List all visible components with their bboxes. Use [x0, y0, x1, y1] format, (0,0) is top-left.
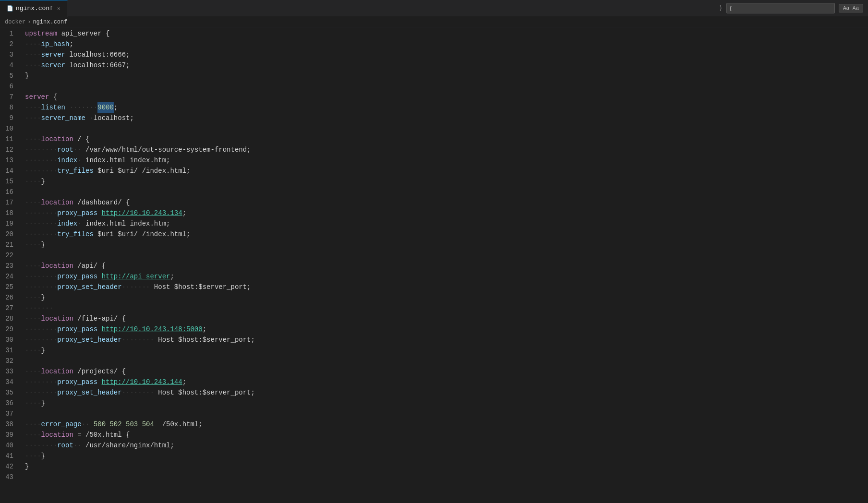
line-number: 5 — [0, 71, 17, 81]
code-area: upstream api_server {····ip_hash;····ser… — [23, 27, 868, 503]
code-line: ······· — [25, 303, 868, 313]
line-number: 30 — [0, 335, 17, 345]
line-number: 4 — [0, 60, 17, 71]
toolbar-right: ⟩ Aa Aa — [719, 3, 868, 13]
aa-label[interactable]: Aa Aa — [839, 4, 863, 12]
code-line: } — [25, 461, 868, 472]
code-line: ····location /file-api/ { — [25, 313, 868, 324]
line-number: 18 — [0, 208, 17, 218]
line-number: 41 — [0, 451, 17, 461]
code-line: ········proxy_set_header······· Host $ho… — [25, 282, 868, 292]
code-line: ········index· index.html index.htm; — [25, 155, 868, 166]
code-line: ········try_files $uri $uri/ /index.html… — [25, 166, 868, 176]
code-line: ····location = /50x.html { — [25, 430, 868, 440]
line-number: 17 — [0, 197, 17, 208]
line-number: 36 — [0, 398, 17, 408]
code-line: ········proxy_pass http://10.10.243.134; — [25, 208, 868, 218]
breadcrumb: docker › nginx.conf — [0, 17, 868, 27]
line-number: 25 — [0, 282, 17, 292]
code-line: ····location /dashboard/ { — [25, 197, 868, 208]
breadcrumb-sep1: › — [27, 19, 31, 25]
code-line: ····} — [25, 345, 868, 356]
code-line: ········root·· /var/www/html/out-source-… — [25, 144, 868, 155]
code-line: ····location /api/ { — [25, 261, 868, 271]
line-number: 20 — [0, 229, 17, 240]
line-number: 11 — [0, 134, 17, 144]
code-line: ····} — [25, 240, 868, 250]
code-line: upstream api_server { — [25, 28, 868, 39]
search-input[interactable] — [726, 3, 835, 13]
code-line: ····error_page·· 500 502 503 504 /50x.ht… — [25, 419, 868, 430]
line-number: 33 — [0, 366, 17, 377]
code-line — [25, 187, 868, 197]
code-line: ····server localhost:6666; — [25, 49, 868, 60]
code-line: ········try_files $uri $uri/ /index.html… — [25, 229, 868, 240]
line-number: 12 — [0, 144, 17, 155]
line-number: 10 — [0, 123, 17, 134]
line-number: 42 — [0, 461, 17, 472]
line-number: 27 — [0, 303, 17, 313]
file-icon: 📄 — [7, 5, 13, 12]
code-line: ····server_name ·localhost; — [25, 113, 868, 123]
code-line: server { — [25, 92, 868, 102]
line-number: 32 — [0, 356, 17, 366]
line-number: 6 — [0, 81, 17, 92]
line-number: 7 — [0, 92, 17, 102]
line-number: 15 — [0, 176, 17, 187]
line-numbers: 1234567891011121314151617181920212223242… — [0, 27, 23, 503]
code-line: ····} — [25, 451, 868, 461]
search-icon: ⟩ — [719, 4, 723, 12]
line-number: 19 — [0, 218, 17, 229]
line-number: 21 — [0, 240, 17, 250]
code-line: ········proxy_set_header········ Host $h… — [25, 335, 868, 345]
line-number: 37 — [0, 408, 17, 419]
code-line — [25, 356, 868, 366]
line-number: 1 — [0, 28, 17, 39]
line-number: 43 — [0, 472, 17, 482]
line-number: 8 — [0, 102, 17, 113]
line-number: 3 — [0, 49, 17, 60]
line-number: 31 — [0, 345, 17, 356]
editor-container: 1234567891011121314151617181920212223242… — [0, 27, 868, 503]
tab-nginx-conf[interactable]: 📄 nginx.conf ✕ — [0, 0, 68, 17]
tab-bar: 📄 nginx.conf ✕ ⟩ Aa Aa — [0, 0, 868, 17]
code-line: ····listen ·······9000; — [25, 102, 868, 113]
code-line: ····server localhost:6667; — [25, 60, 868, 71]
code-line: ········index· index.html index.htm; — [25, 218, 868, 229]
line-number: 40 — [0, 440, 17, 451]
code-line: ····} — [25, 398, 868, 408]
code-line: ····location /projects/ { — [25, 366, 868, 377]
tab-label: nginx.conf — [16, 5, 53, 12]
code-line — [25, 81, 868, 92]
line-number: 34 — [0, 377, 17, 387]
code-line — [25, 123, 868, 134]
line-number: 22 — [0, 250, 17, 261]
breadcrumb-docker: docker — [5, 19, 25, 25]
code-line — [25, 250, 868, 261]
breadcrumb-file: nginx.conf — [33, 19, 67, 25]
line-number: 9 — [0, 113, 17, 123]
line-number: 26 — [0, 292, 17, 303]
line-number: 39 — [0, 430, 17, 440]
line-number: 38 — [0, 419, 17, 430]
line-number: 23 — [0, 261, 17, 271]
code-line: ········proxy_pass http://api_server; — [25, 271, 868, 282]
line-number: 16 — [0, 187, 17, 197]
code-line: ····ip_hash; — [25, 39, 868, 49]
line-number: 29 — [0, 324, 17, 335]
close-icon[interactable]: ✕ — [57, 5, 60, 12]
code-line: ····} — [25, 292, 868, 303]
line-number: 35 — [0, 387, 17, 398]
line-number: 14 — [0, 166, 17, 176]
line-number: 13 — [0, 155, 17, 166]
code-line: ········proxy_set_header········ Host $h… — [25, 387, 868, 398]
line-number: 2 — [0, 39, 17, 49]
code-line: ········root·· /usr/share/nginx/html; — [25, 440, 868, 451]
code-line: ········proxy_pass http://10.10.243.148:… — [25, 324, 868, 335]
code-line — [25, 472, 868, 482]
code-line: } — [25, 71, 868, 81]
code-line: ····location / { — [25, 134, 868, 144]
line-number: 28 — [0, 313, 17, 324]
code-line — [25, 408, 868, 419]
line-number: 24 — [0, 271, 17, 282]
